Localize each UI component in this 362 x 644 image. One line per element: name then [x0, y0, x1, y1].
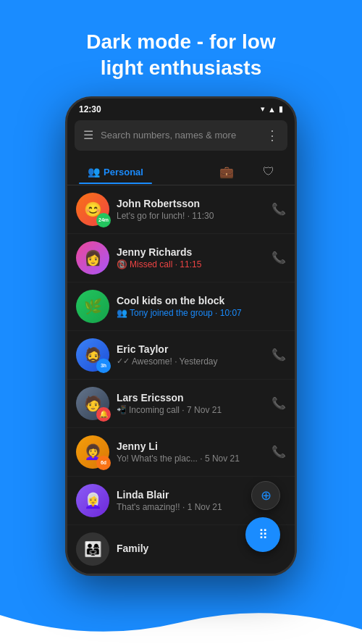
- contact-preview-lars: 📲 Incoming call · 7 Nov 21: [117, 405, 264, 415]
- hamburger-icon[interactable]: ☰: [83, 128, 93, 142]
- wifi-icon: ▾: [261, 104, 265, 114]
- contact-item-cool-kids[interactable]: 🌿 Cool kids on the block 👥 Tony joined t…: [67, 283, 295, 331]
- avatar-family: 👨‍👩‍👧: [76, 532, 109, 566]
- battery-icon: ▮: [279, 104, 283, 114]
- contact-list: 😊 24m John Robertsson Let's go for lunch…: [67, 185, 295, 574]
- contact-name-john: John Robertsson: [117, 198, 264, 209]
- badge-john: 24m: [96, 213, 111, 227]
- call-icon-john[interactable]: 📞: [272, 202, 286, 216]
- delivered-icon: ✓✓: [117, 356, 130, 366]
- contact-item-john[interactable]: 😊 24m John Robertsson Let's go for lunch…: [67, 185, 295, 234]
- call-icon-eric[interactable]: 📞: [272, 348, 286, 361]
- avatar-wrapper-lars: 🧑 🔔: [76, 387, 109, 420]
- contact-item-eric[interactable]: 🧔 3h Eric Taylor ✓✓ Awesome! · Yesterday…: [67, 331, 295, 380]
- contact-item-lars[interactable]: 🧑 🔔 Lars Ericsson 📲 Incoming call · 7 No…: [67, 380, 295, 428]
- signal-icon: ▲: [268, 105, 276, 114]
- missed-call-icon: 📵: [117, 259, 127, 269]
- contact-name-lars: Lars Ericsson: [117, 392, 264, 403]
- avatar-wrapper-cool-kids: 🌿: [76, 290, 109, 323]
- status-bar: 12:30 ▾ ▲ ▮: [67, 99, 295, 117]
- contact-info-lars: Lars Ericsson 📲 Incoming call · 7 Nov 21: [117, 392, 264, 415]
- avatar-linda: 👩‍🦳: [76, 484, 109, 517]
- avatar-wrapper-jenny-l: 👩‍🦱 6d: [76, 435, 109, 469]
- personal-icon: 👥: [88, 166, 100, 177]
- avatar-cool-kids: 🌿: [76, 290, 109, 323]
- contact-item-jenny-l[interactable]: 👩‍🦱 6d Jenny Li Yo! What's the plac... ·…: [67, 428, 295, 477]
- tab-bar: 👥 Personal 💼 🛡: [67, 154, 295, 185]
- badge-jenny-l: 6d: [96, 456, 111, 470]
- tab-personal-label: Personal: [104, 167, 143, 177]
- contact-info-john: John Robertsson Let's go for lunch! · 11…: [117, 198, 264, 221]
- avatar-wrapper-john: 😊 24m: [76, 193, 109, 226]
- contact-preview-jenny-l: Yo! What's the plac... · 5 Nov 21: [117, 453, 264, 464]
- tab-personal[interactable]: 👥 Personal: [79, 160, 152, 183]
- business-icon: 💼: [219, 165, 234, 179]
- incoming-call-icon: 📲: [117, 405, 127, 414]
- fab-container: ⊕ ⠿: [245, 481, 280, 552]
- tab-shield[interactable]: 🛡: [254, 159, 283, 184]
- avatar-wrapper-eric: 🧔 3h: [76, 338, 109, 372]
- phone-frame: 12:30 ▾ ▲ ▮ ☰ Search numbers, names & mo…: [0, 96, 362, 576]
- contact-preview-john: Let's go for lunch! · 11:30: [117, 211, 264, 221]
- status-icons: ▾ ▲ ▮: [261, 104, 283, 114]
- search-placeholder: Search numbers, names & more: [101, 130, 258, 141]
- contact-preview-eric: ✓✓ Awesome! · Yesterday: [117, 356, 264, 367]
- contact-preview-cool-kids: 👥 Tony joined the group · 10:07: [117, 308, 286, 318]
- contact-info-eric: Eric Taylor ✓✓ Awesome! · Yesterday: [117, 343, 264, 367]
- contact-item-jenny-r[interactable]: 👩 Jenny Richards 📵 Missed call · 11:15 📞: [67, 234, 295, 283]
- avatar-wrapper-family: 👨‍👩‍👧: [76, 532, 109, 566]
- call-icon-jenny-l[interactable]: 📞: [272, 445, 286, 459]
- contact-info-jenny-l: Jenny Li Yo! What's the plac... · 5 Nov …: [117, 440, 264, 464]
- avatar-wrapper-jenny-r: 👩: [76, 241, 109, 275]
- add-contact-icon: ⊕: [261, 488, 272, 503]
- tab-business[interactable]: 💼: [211, 159, 243, 185]
- status-time: 12:30: [79, 104, 101, 114]
- search-bar[interactable]: ☰ Search numbers, names & more ⋮: [75, 120, 287, 151]
- header-title: Dark mode - for low light enthusiasts: [29, 29, 333, 82]
- avatar-jenny-r: 👩: [76, 241, 109, 275]
- more-options-icon[interactable]: ⋮: [266, 127, 279, 143]
- header-title-line1: Dark mode - for low: [86, 30, 275, 53]
- shield-icon: 🛡: [263, 165, 274, 178]
- badge-lars: 🔔: [96, 407, 111, 422]
- contact-preview-jenny-r: 📵 Missed call · 11:15: [117, 259, 264, 269]
- badge-eric: 3h: [96, 359, 111, 373]
- contact-name-jenny-l: Jenny Li: [117, 440, 264, 452]
- add-contact-fab[interactable]: ⊕: [251, 481, 280, 510]
- header-title-line2: light enthusiasts: [101, 57, 261, 79]
- contact-name-cool-kids: Cool kids on the block: [117, 295, 286, 306]
- contact-info-cool-kids: Cool kids on the block 👥 Tony joined the…: [117, 295, 286, 318]
- header-section: Dark mode - for low light enthusiasts: [0, 0, 362, 96]
- call-icon-jenny-r[interactable]: 📞: [272, 251, 286, 264]
- dialpad-fab[interactable]: ⠿: [245, 517, 280, 552]
- avatar-wrapper-linda: 👩‍🦳: [76, 484, 109, 517]
- contact-name-jenny-r: Jenny Richards: [117, 246, 264, 258]
- group-join-icon: 👥: [117, 308, 127, 318]
- dialpad-icon: ⠿: [258, 527, 268, 543]
- contact-name-eric: Eric Taylor: [117, 343, 264, 355]
- contact-info-jenny-r: Jenny Richards 📵 Missed call · 11:15: [117, 246, 264, 269]
- call-icon-lars[interactable]: 📞: [272, 396, 286, 410]
